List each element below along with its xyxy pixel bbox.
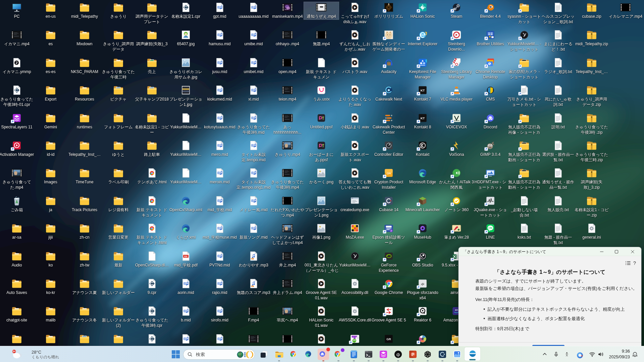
svg-text:ф: ф <box>396 352 400 357</box>
svg-text:z: z <box>635 354 636 356</box>
svg-text:9+: 9+ <box>13 350 15 353</box>
svg-text:P: P <box>412 352 415 357</box>
